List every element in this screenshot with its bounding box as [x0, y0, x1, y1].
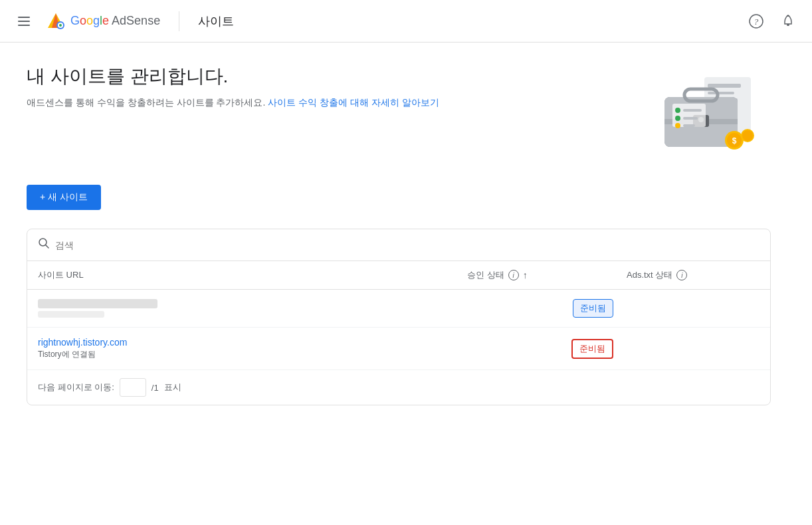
hero-title: 내 사이트를 관리합니다.: [27, 64, 439, 89]
hero-illustration: $: [625, 64, 771, 163]
help-button[interactable]: ?: [743, 8, 769, 35]
table-header: 사이트 URL 승인 상태 i ↑ Ads.txt 상태 i: [27, 261, 770, 290]
search-input[interactable]: [55, 240, 188, 251]
table-row: 준비됨: [27, 290, 770, 328]
svg-point-31: [742, 130, 753, 141]
status-badge-1: 준비됨: [573, 299, 613, 318]
site-table: 사이트 URL 승인 상태 i ↑ Ads.txt 상태 i 준비됨: [27, 229, 771, 405]
header-left: Google AdSense 사이트: [11, 8, 234, 35]
svg-rect-12: [708, 92, 734, 94]
svg-rect-22: [683, 109, 702, 112]
col-ads-header: Ads.txt 상태 i: [627, 269, 760, 281]
blurred-platform-bar: [38, 311, 104, 318]
svg-point-23: [675, 116, 680, 121]
header-page-title: 사이트: [198, 13, 234, 29]
header-right: ?: [743, 8, 801, 35]
hero-link[interactable]: 사이트 수익 창출에 대해 자세히 알아보기: [268, 97, 439, 108]
hero-text: 내 사이트를 관리합니다. 애드센스를 통해 수익을 창출하려는 사이트를 추가…: [27, 64, 439, 109]
svg-rect-26: [683, 124, 695, 127]
svg-text:?: ?: [754, 17, 759, 27]
new-site-button[interactable]: + 새 사이트: [27, 185, 101, 210]
site-platform: Tistory에 연결됨: [38, 349, 467, 360]
svg-point-21: [675, 108, 680, 113]
svg-line-33: [46, 245, 49, 249]
search-bar: [27, 229, 770, 261]
header: Google AdSense 사이트 ?: [0, 0, 812, 43]
table-row: rightnowhj.tistory.com Tistory에 연결됨 준비됨: [27, 328, 770, 370]
header-divider: [179, 11, 179, 31]
svg-rect-0: [18, 17, 30, 18]
row-url-2: rightnowhj.tistory.com Tistory에 연결됨: [38, 337, 467, 360]
svg-rect-1: [18, 21, 30, 22]
logo-icon: [45, 11, 66, 32]
row-status-1: 준비됨: [467, 299, 627, 318]
status-badge-2: 준비됨: [571, 339, 613, 359]
search-icon: [38, 237, 50, 253]
hamburger-menu-icon[interactable]: [11, 8, 37, 35]
logo: Google AdSense: [45, 11, 160, 32]
main-content: 내 사이트를 관리합니다. 애드센스를 통해 수익을 창출하려는 사이트를 추가…: [0, 43, 797, 427]
hero-section: 내 사이트를 관리합니다. 애드센스를 통해 수익을 창출하려는 사이트를 추가…: [27, 64, 771, 163]
svg-rect-11: [708, 84, 741, 88]
col-status-header: 승인 상태 i ↑: [467, 269, 627, 281]
ads-info-icon[interactable]: i: [676, 270, 687, 280]
svg-text:$: $: [732, 136, 737, 146]
pagination: 다음 페이지로 이동: /1 표시: [27, 370, 770, 405]
site-url-link[interactable]: rightnowhj.tistory.com: [38, 337, 127, 348]
display-label: 표시: [164, 381, 181, 393]
row-status-2: 준비됨: [467, 339, 627, 359]
blurred-url-bar: [38, 299, 157, 308]
total-pages: /1: [152, 383, 159, 393]
svg-rect-2: [18, 25, 30, 26]
col-url-header: 사이트 URL: [38, 269, 467, 281]
svg-rect-8: [787, 24, 789, 26]
svg-point-25: [675, 123, 680, 128]
status-info-icon[interactable]: i: [508, 270, 519, 280]
pagination-label: 다음 페이지로 이동:: [38, 381, 114, 393]
svg-rect-24: [683, 117, 698, 120]
row-url-blurred: [38, 299, 467, 318]
logo-text: Google AdSense: [70, 14, 160, 28]
sort-icon[interactable]: ↑: [523, 270, 528, 280]
hero-description: 애드센스를 통해 수익을 창출하려는 사이트를 추가하세요. 사이트 수익 창출…: [27, 97, 439, 109]
notification-button[interactable]: [775, 8, 801, 35]
pagination-input[interactable]: [120, 378, 146, 397]
svg-point-5: [59, 24, 62, 27]
